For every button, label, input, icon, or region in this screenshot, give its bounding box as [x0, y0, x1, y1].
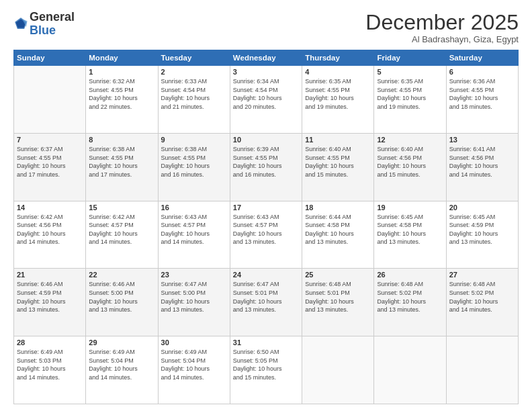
day-info: Sunrise: 6:41 AM Sunset: 4:56 PM Dayligh…	[449, 145, 515, 179]
table-row: 10Sunrise: 6:39 AM Sunset: 4:55 PM Dayli…	[230, 133, 302, 201]
day-number: 5	[377, 68, 443, 76]
table-row: 1Sunrise: 6:32 AM Sunset: 4:55 PM Daylig…	[86, 66, 158, 134]
day-number: 18	[305, 203, 371, 212]
calendar-table: Sunday Monday Tuesday Wednesday Thursday…	[13, 50, 519, 404]
table-row: 7Sunrise: 6:37 AM Sunset: 4:55 PM Daylig…	[14, 133, 86, 201]
calendar-week-row: 14Sunrise: 6:42 AM Sunset: 4:56 PM Dayli…	[14, 201, 519, 269]
table-row: 20Sunrise: 6:45 AM Sunset: 4:59 PM Dayli…	[446, 201, 518, 269]
logo-general-text: General	[30, 10, 75, 24]
day-number: 6	[449, 68, 515, 76]
day-info: Sunrise: 6:45 AM Sunset: 4:58 PM Dayligh…	[377, 213, 443, 246]
location: Al Badrashayn, Giza, Egypt	[365, 34, 519, 44]
title-block: December 2025 Al Badrashayn, Giza, Egypt	[365, 11, 519, 44]
day-number: 28	[17, 338, 83, 347]
day-info: Sunrise: 6:42 AM Sunset: 4:56 PM Dayligh…	[17, 213, 83, 246]
table-row: 27Sunrise: 6:48 AM Sunset: 5:02 PM Dayli…	[446, 269, 518, 336]
day-number: 20	[449, 203, 515, 212]
day-info: Sunrise: 6:40 AM Sunset: 4:55 PM Dayligh…	[305, 145, 371, 179]
col-sunday: Sunday	[14, 50, 86, 66]
day-number: 31	[233, 338, 299, 347]
day-number: 19	[377, 203, 443, 212]
header: General Blue December 2025 Al Badrashayn…	[13, 11, 519, 44]
table-row: 16Sunrise: 6:43 AM Sunset: 4:57 PM Dayli…	[158, 201, 230, 269]
day-number: 24	[233, 271, 299, 279]
day-number: 11	[305, 136, 371, 144]
calendar-week-row: 28Sunrise: 6:49 AM Sunset: 5:03 PM Dayli…	[14, 336, 519, 404]
day-info: Sunrise: 6:47 AM Sunset: 5:00 PM Dayligh…	[161, 280, 227, 314]
day-info: Sunrise: 6:40 AM Sunset: 4:56 PM Dayligh…	[377, 145, 443, 179]
day-number: 13	[449, 136, 515, 144]
table-row: 14Sunrise: 6:42 AM Sunset: 4:56 PM Dayli…	[14, 201, 86, 269]
table-row: 8Sunrise: 6:38 AM Sunset: 4:55 PM Daylig…	[86, 133, 158, 201]
day-number: 26	[377, 271, 443, 279]
table-row: 26Sunrise: 6:48 AM Sunset: 5:02 PM Dayli…	[374, 269, 446, 336]
day-number: 7	[17, 136, 83, 144]
month-title: December 2025	[365, 11, 519, 34]
table-row: 21Sunrise: 6:46 AM Sunset: 4:59 PM Dayli…	[14, 269, 86, 336]
day-number: 25	[305, 271, 371, 279]
day-number: 3	[233, 68, 299, 76]
table-row: 23Sunrise: 6:47 AM Sunset: 5:00 PM Dayli…	[158, 269, 230, 336]
day-number: 14	[17, 203, 83, 212]
day-info: Sunrise: 6:46 AM Sunset: 5:00 PM Dayligh…	[89, 280, 154, 314]
day-number: 9	[161, 136, 227, 144]
table-row: 22Sunrise: 6:46 AM Sunset: 5:00 PM Dayli…	[86, 269, 158, 336]
day-number: 22	[89, 271, 154, 279]
table-row: 24Sunrise: 6:47 AM Sunset: 5:01 PM Dayli…	[230, 269, 302, 336]
day-number: 27	[449, 271, 515, 279]
table-row: 18Sunrise: 6:44 AM Sunset: 4:58 PM Dayli…	[302, 201, 374, 269]
day-info: Sunrise: 6:49 AM Sunset: 5:04 PM Dayligh…	[161, 348, 227, 381]
table-row	[14, 66, 86, 134]
table-row	[374, 336, 446, 404]
day-number: 29	[89, 338, 154, 347]
day-number: 23	[161, 271, 227, 279]
table-row: 28Sunrise: 6:49 AM Sunset: 5:03 PM Dayli…	[14, 336, 86, 404]
day-info: Sunrise: 6:45 AM Sunset: 4:59 PM Dayligh…	[449, 213, 515, 246]
day-info: Sunrise: 6:49 AM Sunset: 5:03 PM Dayligh…	[17, 348, 83, 381]
day-info: Sunrise: 6:32 AM Sunset: 4:55 PM Dayligh…	[89, 77, 154, 111]
col-wednesday: Wednesday	[230, 50, 302, 66]
table-row: 31Sunrise: 6:50 AM Sunset: 5:05 PM Dayli…	[230, 336, 302, 404]
calendar-header-row: Sunday Monday Tuesday Wednesday Thursday…	[14, 50, 519, 66]
day-number: 17	[233, 203, 299, 212]
logo: General Blue	[13, 11, 75, 38]
table-row: 15Sunrise: 6:42 AM Sunset: 4:57 PM Dayli…	[86, 201, 158, 269]
day-info: Sunrise: 6:38 AM Sunset: 4:55 PM Dayligh…	[89, 145, 154, 179]
day-info: Sunrise: 6:38 AM Sunset: 4:55 PM Dayligh…	[161, 145, 227, 179]
table-row: 4Sunrise: 6:35 AM Sunset: 4:55 PM Daylig…	[302, 66, 374, 134]
col-saturday: Saturday	[446, 50, 518, 66]
day-info: Sunrise: 6:43 AM Sunset: 4:57 PM Dayligh…	[161, 213, 227, 246]
logo-icon	[13, 16, 28, 31]
table-row: 5Sunrise: 6:35 AM Sunset: 4:55 PM Daylig…	[374, 66, 446, 134]
day-info: Sunrise: 6:48 AM Sunset: 5:02 PM Dayligh…	[377, 280, 443, 314]
day-info: Sunrise: 6:44 AM Sunset: 4:58 PM Dayligh…	[305, 213, 371, 246]
day-info: Sunrise: 6:48 AM Sunset: 5:02 PM Dayligh…	[449, 280, 515, 314]
table-row: 9Sunrise: 6:38 AM Sunset: 4:55 PM Daylig…	[158, 133, 230, 201]
day-info: Sunrise: 6:48 AM Sunset: 5:01 PM Dayligh…	[305, 280, 371, 314]
table-row: 17Sunrise: 6:43 AM Sunset: 4:57 PM Dayli…	[230, 201, 302, 269]
day-number: 16	[161, 203, 227, 212]
logo-blue-text: Blue	[30, 24, 56, 37]
table-row: 19Sunrise: 6:45 AM Sunset: 4:58 PM Dayli…	[374, 201, 446, 269]
table-row: 30Sunrise: 6:49 AM Sunset: 5:04 PM Dayli…	[158, 336, 230, 404]
day-number: 4	[305, 68, 371, 76]
calendar-week-row: 21Sunrise: 6:46 AM Sunset: 4:59 PM Dayli…	[14, 269, 519, 336]
day-info: Sunrise: 6:39 AM Sunset: 4:55 PM Dayligh…	[233, 145, 299, 179]
table-row	[446, 336, 518, 404]
day-number: 21	[17, 271, 83, 279]
day-number: 12	[377, 136, 443, 144]
day-info: Sunrise: 6:33 AM Sunset: 4:54 PM Dayligh…	[161, 77, 227, 111]
day-info: Sunrise: 6:47 AM Sunset: 5:01 PM Dayligh…	[233, 280, 299, 314]
table-row	[302, 336, 374, 404]
table-row: 29Sunrise: 6:49 AM Sunset: 5:04 PM Dayli…	[86, 336, 158, 404]
day-info: Sunrise: 6:37 AM Sunset: 4:55 PM Dayligh…	[17, 145, 83, 179]
table-row: 12Sunrise: 6:40 AM Sunset: 4:56 PM Dayli…	[374, 133, 446, 201]
day-info: Sunrise: 6:50 AM Sunset: 5:05 PM Dayligh…	[233, 348, 299, 381]
day-number: 15	[89, 203, 154, 212]
day-info: Sunrise: 6:42 AM Sunset: 4:57 PM Dayligh…	[89, 213, 154, 246]
table-row: 6Sunrise: 6:36 AM Sunset: 4:55 PM Daylig…	[446, 66, 518, 134]
table-row: 2Sunrise: 6:33 AM Sunset: 4:54 PM Daylig…	[158, 66, 230, 134]
day-info: Sunrise: 6:36 AM Sunset: 4:55 PM Dayligh…	[449, 77, 515, 111]
col-monday: Monday	[86, 50, 158, 66]
day-number: 10	[233, 136, 299, 144]
